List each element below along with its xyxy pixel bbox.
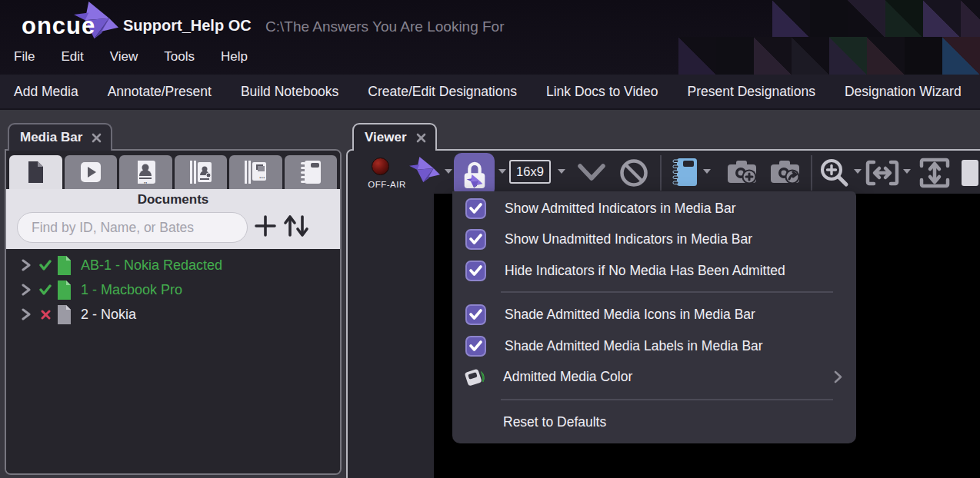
media-tab-notebooks[interactable] — [285, 155, 338, 189]
notebook-blue-icon[interactable] — [671, 158, 698, 187]
document-icon — [25, 161, 46, 184]
zoom-caret-icon[interactable] — [854, 169, 862, 174]
collapse-chevron-icon[interactable] — [577, 161, 606, 183]
menu-item-label: Admitted Media Color — [503, 369, 632, 385]
admitted-lock-icon — [460, 160, 489, 191]
ribbon-tab-designation-wizard[interactable]: Designation Wizard — [845, 84, 962, 100]
document-tree: AB-1 - Nokia Redacted 1 - Macbook Pro 2 … — [6, 249, 340, 473]
media-bar-tab[interactable]: Media Bar — [8, 123, 112, 151]
document-label: 1 - Macbook Pro — [81, 282, 182, 298]
present-bird-icon[interactable] — [408, 157, 442, 188]
checkbox-checked[interactable] — [465, 336, 486, 357]
admitted-settings-caret-icon[interactable] — [498, 169, 506, 174]
viewer-tab[interactable]: Viewer — [352, 123, 437, 151]
toolbar-separator — [660, 155, 662, 191]
ribbon-tab-bar: Add Media Annotate/Present Build Noteboo… — [0, 75, 980, 110]
document-row[interactable]: 1 - Macbook Pro — [6, 278, 340, 301]
viewer-close-icon[interactable] — [416, 133, 426, 143]
page-layout-icon[interactable] — [960, 159, 980, 187]
document-file-icon — [57, 305, 72, 324]
menu-item-label: Shade Admitted Media Labels in Media Bar — [505, 338, 763, 354]
menu-help[interactable]: Help — [221, 49, 248, 65]
toolbar-separator — [811, 155, 812, 191]
menu-item-show-unadmitted[interactable]: Show Unadmitted Indicators in Media Bar — [452, 224, 856, 254]
decorative-triangle-pattern — [665, 0, 980, 75]
menu-item-reset-to-defaults[interactable]: Reset to Defaults — [452, 407, 856, 437]
admitted-settings-button[interactable] — [454, 153, 495, 197]
expand-chevron-icon[interactable] — [22, 259, 31, 271]
document-row[interactable]: 2 - Nokia — [6, 303, 340, 326]
expand-chevron-icon[interactable] — [22, 284, 31, 296]
present-dropdown-caret-icon[interactable] — [445, 169, 452, 174]
case-path: C:\The Answers You Are Looking For — [265, 18, 505, 35]
paint-bucket-icon — [464, 364, 488, 389]
media-tab-documents[interactable] — [9, 155, 62, 189]
ribbon-tab-annotate-present[interactable]: Annotate/Present — [108, 84, 212, 100]
fit-width-icon[interactable] — [865, 159, 900, 187]
add-document-icon[interactable] — [254, 214, 277, 237]
case-name: Support_Help OC — [123, 17, 252, 35]
ribbon-tab-add-media[interactable]: Add Media — [14, 84, 78, 100]
video-deposition-icon — [188, 161, 213, 184]
media-tab-clips[interactable]: ... — [229, 155, 282, 189]
menu-item-label: Show Unadmitted Indicators in Media Bar — [505, 231, 752, 247]
documents-section-title: Documents — [6, 192, 340, 207]
media-tab-witnesses[interactable]: ,, — [119, 155, 172, 189]
checkmark-icon — [469, 309, 482, 320]
ribbon-tab-link-docs-to-video[interactable]: Link Docs to Video — [546, 84, 658, 100]
document-search-input[interactable] — [17, 212, 248, 243]
svg-text:...: ... — [259, 172, 265, 180]
menu-bar: File Edit View Tools Help — [14, 49, 248, 65]
document-file-icon — [57, 280, 72, 300]
fit-width-caret-icon[interactable] — [903, 169, 911, 174]
menu-item-shade-icons[interactable]: Shade Admitted Media Icons in Media Bar — [452, 299, 856, 330]
menu-separator — [501, 291, 833, 293]
clear-screen-icon[interactable] — [618, 158, 649, 188]
menu-view[interactable]: View — [110, 49, 138, 65]
media-bar-panel: ,, ... Documents AB-1 - Nokia Reda — [5, 149, 342, 475]
media-type-tabs: ,, ... — [6, 151, 340, 189]
svg-text:,,: ,, — [144, 178, 147, 184]
snapshot-add-camera-icon[interactable] — [726, 159, 760, 187]
aspect-ratio-caret-icon[interactable] — [558, 169, 565, 174]
document-file-icon — [57, 256, 72, 275]
document-label: 2 - Nokia — [81, 307, 136, 323]
witness-icon: ,, — [135, 161, 155, 184]
menu-edit[interactable]: Edit — [61, 49, 83, 65]
media-tab-video[interactable] — [65, 155, 118, 189]
menu-item-show-admitted[interactable]: Show Admitted Indicators in Media Bar — [452, 193, 856, 224]
menu-item-label: Reset to Defaults — [503, 414, 606, 430]
ribbon-tab-create-edit-designations[interactable]: Create/Edit Designations — [368, 84, 517, 100]
menu-item-hide-indicators[interactable]: Hide Indicators if No Media Has Been Adm… — [452, 255, 856, 286]
menu-tools[interactable]: Tools — [164, 49, 195, 65]
media-tab-video-depositions[interactable] — [175, 155, 228, 189]
media-bar-close-icon[interactable] — [92, 133, 102, 143]
checkbox-checked[interactable] — [465, 261, 486, 281]
ribbon-tab-build-notebooks[interactable]: Build Notebooks — [241, 84, 338, 100]
submenu-chevron-icon — [834, 370, 842, 383]
title-bar: oncue Support_Help OC C:\The Answers You… — [0, 0, 980, 75]
expand-chevron-icon[interactable] — [22, 308, 31, 320]
menu-file[interactable]: File — [14, 49, 35, 65]
aspect-ratio-selector[interactable]: 16x9 — [509, 160, 551, 184]
fit-height-icon[interactable] — [917, 157, 952, 189]
ribbon-tab-present-designations[interactable]: Present Designations — [688, 84, 815, 100]
checkbox-checked[interactable] — [465, 198, 486, 219]
document-row[interactable]: AB-1 - Nokia Redacted — [6, 254, 340, 277]
unadmitted-x-icon — [41, 310, 51, 320]
sort-documents-icon[interactable] — [282, 214, 311, 238]
checkbox-checked[interactable] — [465, 304, 486, 325]
menu-item-shade-labels[interactable]: Shade Admitted Media Labels in Media Bar — [452, 330, 856, 361]
menu-item-label: Hide Indicators if No Media Has Been Adm… — [505, 263, 785, 279]
checkbox-checked[interactable] — [465, 229, 486, 250]
documents-section-header: Documents — [6, 189, 340, 249]
viewer-tab-label: Viewer — [365, 130, 407, 145]
zoom-in-icon[interactable] — [818, 157, 851, 189]
snapshot-share-camera-icon[interactable] — [769, 159, 803, 187]
aspect-ratio-value: 16x9 — [516, 164, 544, 179]
checkmark-icon — [469, 265, 482, 276]
admitted-settings-dropdown: Show Admitted Indicators in Media Bar Sh… — [452, 191, 856, 443]
menu-item-admitted-media-color[interactable]: Admitted Media Color — [452, 361, 856, 392]
off-air-indicator[interactable] — [372, 158, 389, 175]
notebook-caret-icon[interactable] — [703, 169, 711, 174]
